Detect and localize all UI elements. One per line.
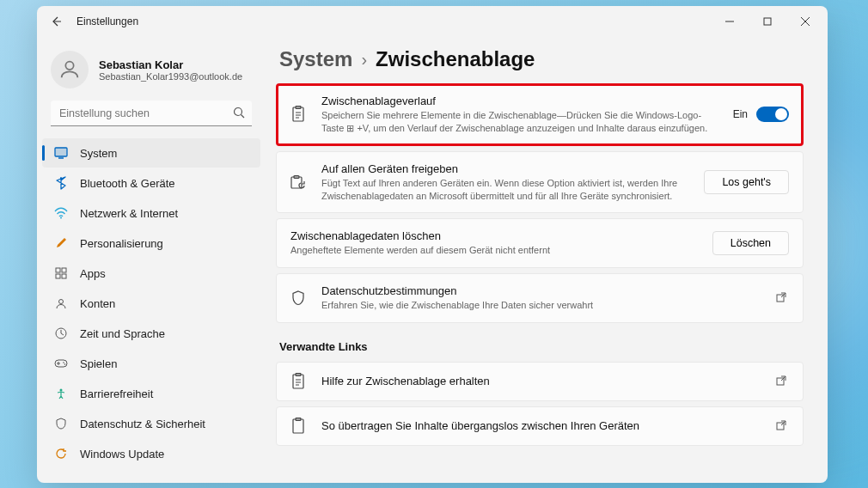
privacy-icon xyxy=(54,417,68,430)
gaming-icon xyxy=(54,357,68,370)
history-toggle[interactable] xyxy=(756,107,789,122)
sync-start-button[interactable]: Los geht's xyxy=(704,170,789,194)
titlebar: Einstellungen xyxy=(37,6,828,37)
clipboard-empty-icon xyxy=(289,418,308,435)
nav-label: Bluetooth & Geräte xyxy=(80,177,175,190)
card-desc: Angeheftete Elemente werden auf diesem G… xyxy=(290,244,699,257)
svg-rect-13 xyxy=(56,274,60,278)
chevron-right-icon: › xyxy=(361,50,367,70)
clipboard-icon xyxy=(289,373,308,390)
nav-list: System Bluetooth & Geräte Netzwerk & Int… xyxy=(42,138,260,468)
card-title: Auf allen Geräten freigeben xyxy=(321,162,690,175)
search-box xyxy=(51,101,252,126)
svg-rect-31 xyxy=(293,375,303,388)
external-link-icon xyxy=(775,419,789,433)
nav-label: Netzwerk & Internet xyxy=(80,207,178,220)
user-name: Sebastian Kolar xyxy=(99,58,242,71)
svg-line-7 xyxy=(241,115,245,119)
card-privacy[interactable]: Datenschutzbestimmungen Erfahren Sie, wi… xyxy=(276,273,804,323)
svg-point-20 xyxy=(63,362,64,363)
svg-point-5 xyxy=(65,62,73,70)
nav-item-network[interactable]: Netzwerk & Internet xyxy=(42,198,260,228)
personalization-icon xyxy=(54,236,68,250)
minimize-button[interactable] xyxy=(711,9,749,34)
user-email: Sebastian_Kolar1993@outlook.de xyxy=(99,71,242,82)
card-desc: Speichern Sie mehrere Elemente in die Zw… xyxy=(321,109,719,135)
nav-label: Konten xyxy=(80,297,115,310)
accessibility-icon xyxy=(54,387,68,400)
card-title: Hilfe zur Zwischenablage erhalten xyxy=(321,375,761,387)
nav-item-bluetooth[interactable]: Bluetooth & Geräte xyxy=(42,168,260,198)
nav-label: Barrierefreiheit xyxy=(80,387,153,400)
sidebar: Sebastian Kolar Sebastian_Kolar1993@outl… xyxy=(37,37,269,483)
nav-label: Zeit und Sprache xyxy=(80,327,165,340)
nav-item-accounts[interactable]: Konten xyxy=(42,289,260,318)
back-button[interactable] xyxy=(46,11,66,32)
card-sync-devices: Auf allen Geräten freigeben Fügt Text au… xyxy=(276,151,804,214)
system-icon xyxy=(54,146,68,160)
nav-item-personalization[interactable]: Personalisierung xyxy=(42,229,260,258)
breadcrumb-parent[interactable]: System xyxy=(279,47,352,71)
apps-icon xyxy=(54,266,68,280)
toggle-label: Ein xyxy=(733,108,748,120)
app-title: Einstellungen xyxy=(76,15,138,27)
external-link-icon xyxy=(775,291,789,305)
nav-item-apps[interactable]: Apps xyxy=(42,259,260,288)
svg-point-21 xyxy=(64,363,66,365)
nav-item-windows-update[interactable]: Windows Update xyxy=(42,439,260,468)
svg-point-6 xyxy=(235,108,242,116)
svg-point-10 xyxy=(60,217,62,219)
svg-rect-37 xyxy=(293,419,303,433)
svg-point-15 xyxy=(59,300,64,304)
svg-rect-2 xyxy=(764,18,771,25)
search-input[interactable] xyxy=(51,101,252,126)
close-button[interactable] xyxy=(786,9,824,34)
breadcrumb-current: Zwischenablage xyxy=(376,47,535,71)
nav-item-gaming[interactable]: Spielen xyxy=(42,349,260,378)
card-desc: Erfahren Sie, wie die Zwischenablage Ihr… xyxy=(321,299,761,312)
network-icon xyxy=(54,206,68,220)
nav-item-accessibility[interactable]: Barrierefreiheit xyxy=(42,379,260,408)
nav-label: Apps xyxy=(80,267,106,280)
nav-label: Spielen xyxy=(80,357,117,370)
update-icon xyxy=(54,447,68,461)
nav-item-system[interactable]: System xyxy=(42,138,260,168)
card-transfer[interactable]: So übertragen Sie Inhalte übergangslos z… xyxy=(276,406,804,446)
breadcrumb: System › Zwischenablage xyxy=(279,47,804,71)
avatar xyxy=(51,51,89,88)
sync-icon xyxy=(289,174,308,190)
main-content: System › Zwischenablage Zwischenablageve… xyxy=(269,37,828,483)
nav-label: Datenschutz & Sicherheit xyxy=(80,418,205,430)
shield-icon xyxy=(289,290,308,306)
card-clipboard-history: Zwischenablageverlauf Speichern Sie mehr… xyxy=(276,83,804,146)
nav-label: Windows Update xyxy=(80,448,164,461)
card-title: Zwischenablagedaten löschen xyxy=(290,229,699,242)
card-clear-data: Zwischenablagedaten löschen Angeheftete … xyxy=(276,218,804,268)
card-title: Datenschutzbestimmungen xyxy=(321,284,761,297)
nav-label: System xyxy=(80,147,117,160)
search-icon xyxy=(233,107,245,122)
nav-item-privacy[interactable]: Datenschutz & Sicherheit xyxy=(42,409,260,438)
time-icon xyxy=(54,326,68,340)
svg-rect-8 xyxy=(55,148,67,156)
bluetooth-icon xyxy=(54,176,68,190)
settings-window: Einstellungen Sebastian Kolar Sebastian_… xyxy=(37,6,828,483)
accounts-icon xyxy=(54,296,68,310)
user-block[interactable]: Sebastian Kolar Sebastian_Kolar1993@outl… xyxy=(42,46,260,101)
card-title: Zwischenablageverlauf xyxy=(321,95,719,107)
card-title: So übertragen Sie Inhalte übergangslos z… xyxy=(321,419,761,432)
card-help[interactable]: Hilfe zur Zwischenablage erhalten xyxy=(276,362,804,401)
svg-rect-12 xyxy=(62,268,66,272)
svg-rect-23 xyxy=(293,107,303,121)
nav-item-time-language[interactable]: Zeit und Sprache xyxy=(42,319,260,348)
card-desc: Fügt Text auf Ihren anderen Geräten ein.… xyxy=(321,177,690,203)
svg-rect-14 xyxy=(62,274,66,278)
nav-label: Personalisierung xyxy=(80,237,163,250)
clear-button[interactable]: Löschen xyxy=(712,231,789,255)
external-link-icon xyxy=(775,375,789,388)
maximize-button[interactable] xyxy=(749,9,786,34)
clipboard-icon xyxy=(289,106,308,123)
svg-point-22 xyxy=(60,389,63,392)
svg-rect-11 xyxy=(56,268,60,272)
related-heading: Verwandte Links xyxy=(279,340,804,353)
